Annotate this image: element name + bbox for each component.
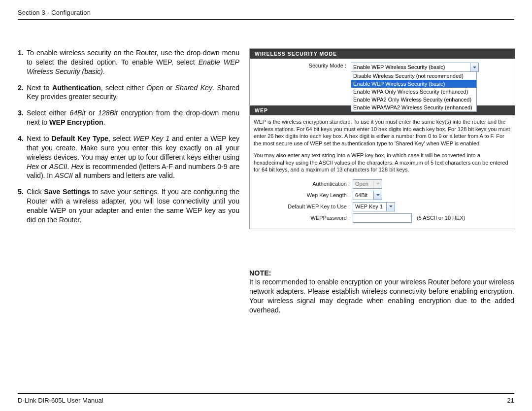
- security-mode-select[interactable]: Enable WEP Wireless Security (basic) Dis…: [351, 63, 479, 72]
- footer-title: D-Link DIR-605L User Manual: [18, 397, 103, 404]
- svg-marker-1: [376, 183, 380, 185]
- svg-marker-3: [389, 206, 393, 207]
- security-mode-dropdown[interactable]: Disable Wireless Security (not recommend…: [351, 72, 477, 112]
- instructions-list: To enable wireless security on the Route…: [18, 48, 239, 225]
- defkey-select[interactable]: WEP Key 1: [353, 202, 395, 211]
- router-config-panel: WIRELESS SECURITY MODE Security Mode : E…: [249, 48, 515, 229]
- note-body: It is recommended to enable encryption o…: [249, 278, 514, 314]
- step-2: Next to Authentication, select either Op…: [18, 83, 239, 102]
- dd-option-disable[interactable]: Disable Wireless Security (not recommend…: [351, 72, 476, 80]
- wep-body: WEP is the wireless encryption standard.…: [250, 115, 515, 229]
- step-4: Next to Default Key Type, select WEP Key…: [18, 134, 239, 180]
- defkey-row: Default WEP Key to Use : WEP Key 1: [254, 202, 511, 211]
- wep-explanation-2: You may also enter any text string into …: [254, 152, 511, 173]
- step-5: Click Save Settings to save your setting…: [18, 187, 239, 224]
- instructions-column: To enable wireless security on the Route…: [18, 48, 239, 393]
- dd-option-wpa-wpa2[interactable]: Enable WPA/WPA2 Wireless Security (enhan…: [351, 103, 476, 111]
- wep-explanation-1: WEP is the wireless encryption standard.…: [254, 118, 511, 147]
- dropdown-caret-icon[interactable]: [373, 191, 382, 200]
- security-mode-value: Enable WEP Wireless Security (basic): [353, 64, 445, 70]
- note-heading: NOTE:: [249, 269, 514, 278]
- page-number: 21: [507, 397, 514, 404]
- wsm-heading: WIRELESS SECURITY MODE: [250, 49, 515, 59]
- dd-option-wpa[interactable]: Enable WPA Only Wireless Security (enhan…: [351, 88, 476, 96]
- dd-option-wep[interactable]: Enable WEP Wireless Security (basic): [351, 80, 476, 88]
- step-3: Select either 64Bit or 128Bit encryption…: [18, 108, 239, 127]
- wep-password-input[interactable]: [353, 213, 412, 223]
- dropdown-caret-icon[interactable]: [373, 180, 382, 188]
- auth-select[interactable]: Open: [353, 179, 382, 189]
- security-mode-row: Security Mode : Enable WEP Wireless Secu…: [250, 59, 515, 74]
- auth-label: Authentication :: [254, 181, 353, 187]
- wep-password-row: WEPPassword : (5 ASCII or 10 HEX): [254, 213, 511, 223]
- wep-form: Authentication : Open Wep Key Length : 6…: [254, 179, 511, 223]
- defkey-label: Default WEP Key to Use :: [254, 204, 353, 209]
- wep-password-hint: (5 ASCII or 10 HEX): [417, 215, 465, 221]
- note-block: NOTE: It is recommended to enable encryp…: [249, 269, 514, 315]
- wep-password-label: WEPPassword :: [254, 215, 353, 221]
- auth-row: Authentication : Open: [254, 179, 511, 189]
- security-mode-label: Security Mode :: [254, 63, 349, 68]
- figure-column: WIRELESS SECURITY MODE Security Mode : E…: [249, 48, 514, 393]
- dropdown-caret-icon[interactable]: [470, 63, 478, 71]
- page-footer: D-Link DIR-605L User Manual 21: [18, 393, 514, 404]
- two-columns: To enable wireless security on the Route…: [18, 20, 514, 393]
- svg-marker-0: [473, 67, 476, 68]
- section-header: Section 3 - Configuration: [18, 9, 514, 20]
- dropdown-caret-icon[interactable]: [386, 203, 395, 211]
- dd-option-wpa2[interactable]: Enable WPA2 Only Wireless Security (enha…: [351, 96, 476, 103]
- keylen-row: Wep Key Length : 64Bit: [254, 191, 511, 200]
- svg-marker-2: [376, 194, 380, 196]
- keylen-select[interactable]: 64Bit: [353, 191, 382, 200]
- keylen-label: Wep Key Length :: [254, 192, 353, 198]
- page: Section 3 - Configuration To enable wire…: [0, 0, 532, 411]
- step-1: To enable wireless security on the Route…: [18, 48, 239, 76]
